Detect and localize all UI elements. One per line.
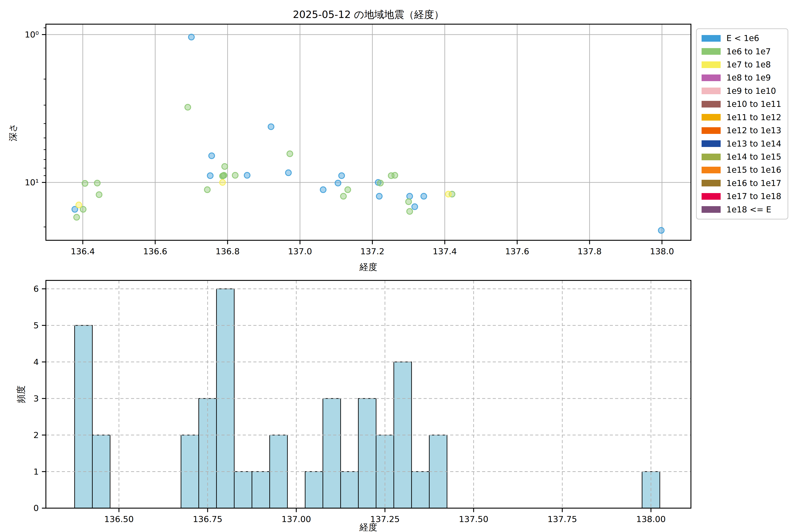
scatter-point bbox=[376, 193, 382, 199]
x-tick-label: 137.0 bbox=[288, 247, 312, 256]
legend-color-swatch-icon bbox=[702, 75, 721, 81]
x-tick-label: 136.8 bbox=[215, 247, 240, 256]
scatter-point bbox=[335, 180, 341, 186]
y-tick-label: 6 bbox=[34, 284, 39, 294]
x-tick-label: 136.4 bbox=[71, 247, 95, 256]
scatter-point bbox=[407, 193, 413, 199]
legend-color-swatch-icon bbox=[702, 35, 721, 42]
x-axis-label: 経度 bbox=[359, 262, 377, 272]
x-tick-label: 137.75 bbox=[548, 514, 577, 524]
x-tick-label: 138.00 bbox=[636, 514, 666, 524]
legend-item: 1e14 to 1e15 bbox=[697, 152, 787, 162]
scatter-point bbox=[392, 172, 398, 178]
y-axis-label: 深さ bbox=[8, 123, 18, 141]
scatter-point bbox=[339, 173, 344, 178]
scatter-point bbox=[244, 172, 250, 178]
scatter-point bbox=[76, 202, 82, 208]
scatter-point bbox=[221, 172, 227, 178]
legend-item: 1e8 to 1e9 bbox=[697, 73, 787, 82]
scatter-plot: 136.4136.6136.8137.0137.2137.4137.6137.8… bbox=[8, 24, 691, 272]
legend-item-label: 1e13 to 1e14 bbox=[726, 139, 781, 149]
legend: E < 1e61e6 to 1e71e7 to 1e81e8 to 1e91e9… bbox=[696, 28, 788, 220]
histogram-bar bbox=[358, 399, 376, 508]
scatter-point bbox=[220, 179, 225, 185]
scatter-point bbox=[209, 153, 214, 159]
legend-item: E < 1e6 bbox=[697, 34, 787, 43]
legend-item-label: E < 1e6 bbox=[726, 34, 759, 43]
legend-item: 1e17 to 1e18 bbox=[697, 191, 787, 201]
legend-item: 1e10 to 1e11 bbox=[697, 99, 787, 109]
scatter-point bbox=[74, 214, 80, 220]
scatter-point bbox=[341, 193, 346, 199]
legend-item-label: 1e12 to 1e13 bbox=[726, 126, 781, 135]
scatter-point bbox=[94, 180, 100, 186]
scatter-point bbox=[345, 187, 351, 193]
axes-frame bbox=[46, 24, 691, 240]
scatter-point bbox=[412, 204, 418, 210]
histogram-bar bbox=[341, 472, 358, 508]
legend-item-label: 1e9 to 1e10 bbox=[726, 86, 776, 96]
legend-item-label: 1e7 to 1e8 bbox=[726, 60, 771, 69]
y-axis-label: 頻度 bbox=[16, 385, 26, 403]
legend-color-swatch-icon bbox=[702, 114, 721, 120]
scatter-point bbox=[658, 227, 664, 233]
histogram-bar bbox=[252, 472, 270, 508]
scatter-point bbox=[96, 192, 102, 197]
histogram-bar bbox=[323, 399, 341, 508]
legend-item-label: 1e17 to 1e18 bbox=[726, 191, 781, 201]
legend-item: 1e9 to 1e10 bbox=[697, 86, 787, 96]
legend-item-label: 1e15 to 1e16 bbox=[726, 165, 781, 175]
legend-item: 1e6 to 1e7 bbox=[697, 47, 787, 56]
scatter-point bbox=[222, 164, 228, 169]
histogram-bar bbox=[75, 325, 92, 508]
scatter-point bbox=[232, 172, 238, 178]
charts-canvas: 136.4136.6136.8137.0137.2137.4137.6137.8… bbox=[0, 0, 798, 532]
x-axis-label: 経度 bbox=[359, 522, 377, 532]
legend-item: 1e12 to 1e13 bbox=[697, 126, 787, 135]
scatter-point bbox=[185, 104, 191, 110]
y-tick-label: 3 bbox=[34, 394, 39, 403]
legend-color-swatch-icon bbox=[702, 88, 721, 94]
scatter-point bbox=[421, 193, 427, 199]
y-tick-label: 4 bbox=[34, 357, 39, 367]
histogram-bar bbox=[305, 472, 323, 508]
earthquake-figure: 2025-05-12 の地域地震（経度） 136.4136.6136.8137.… bbox=[0, 0, 798, 532]
scatter-point bbox=[320, 187, 326, 193]
x-tick-label: 136.50 bbox=[104, 514, 134, 524]
legend-color-swatch-icon bbox=[702, 167, 721, 173]
legend-item-label: 1e18 <= E bbox=[726, 205, 771, 214]
legend-color-swatch-icon bbox=[702, 101, 721, 108]
legend-color-swatch-icon bbox=[702, 61, 721, 68]
legend-color-swatch-icon bbox=[702, 180, 721, 186]
legend-color-swatch-icon bbox=[702, 206, 721, 213]
scatter-point bbox=[285, 170, 291, 175]
legend-item: 1e13 to 1e14 bbox=[697, 139, 787, 149]
legend-item: 1e18 <= E bbox=[697, 205, 787, 214]
x-tick-label: 137.00 bbox=[282, 514, 311, 524]
y-tick-label: 1 bbox=[34, 467, 39, 477]
legend-item-label: 1e10 to 1e11 bbox=[726, 99, 781, 109]
scatter-point bbox=[406, 199, 412, 205]
legend-item-label: 1e14 to 1e15 bbox=[726, 152, 781, 162]
legend-color-swatch-icon bbox=[702, 127, 721, 134]
x-tick-label: 136.6 bbox=[143, 247, 167, 256]
x-tick-label: 137.50 bbox=[459, 514, 488, 524]
histogram-bar bbox=[412, 472, 430, 508]
legend-item-label: 1e16 to 1e17 bbox=[726, 178, 781, 188]
legend-item-label: 1e8 to 1e9 bbox=[726, 73, 771, 82]
legend-item: 1e7 to 1e8 bbox=[697, 60, 787, 69]
y-tick-label: 0 bbox=[34, 503, 39, 513]
histogram-bar bbox=[234, 472, 252, 508]
scatter-point bbox=[287, 151, 293, 157]
legend-color-swatch-icon bbox=[702, 140, 721, 147]
x-tick-label: 137.8 bbox=[577, 247, 602, 256]
histogram-plot: 136.50136.75137.00137.25137.50137.75138.… bbox=[16, 280, 691, 532]
scatter-point bbox=[82, 180, 88, 186]
legend-item: 1e16 to 1e17 bbox=[697, 178, 787, 188]
y-tick-label: 10¹ bbox=[25, 177, 39, 187]
y-tick-label: 2 bbox=[34, 430, 39, 440]
x-tick-label: 137.4 bbox=[433, 247, 457, 256]
scatter-point bbox=[445, 191, 451, 197]
legend-item-label: 1e11 to 1e12 bbox=[726, 113, 781, 122]
scatter-point bbox=[407, 209, 413, 214]
